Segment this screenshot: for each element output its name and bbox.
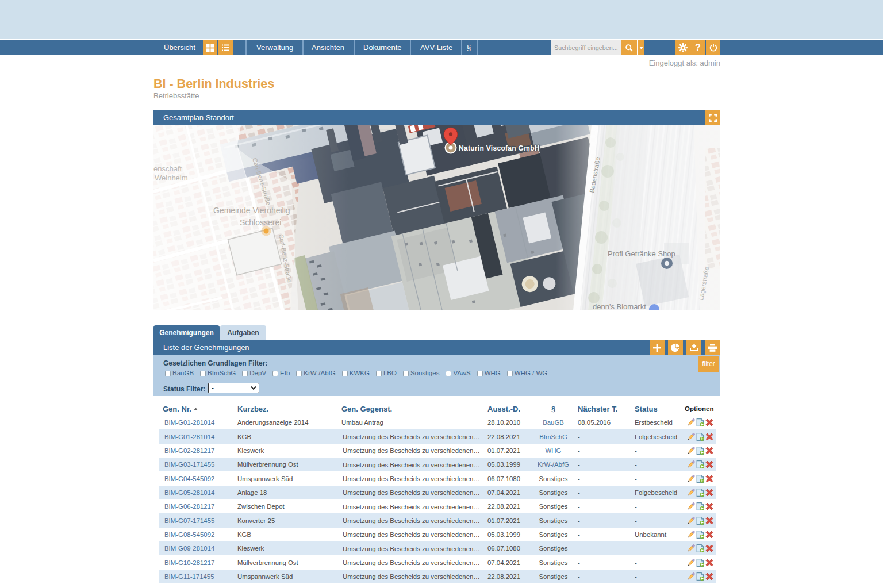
svg-text:Weinheim: Weinheim <box>155 174 188 182</box>
svg-text:Gemeinde Viernheilig: Gemeinde Viernheilig <box>213 206 290 215</box>
svg-text:Naturin Viscofan GmbH: Naturin Viscofan GmbH <box>459 144 540 152</box>
svg-text:enschaft: enschaft <box>153 164 182 173</box>
svg-text:denn's Biomarkt: denn's Biomarkt <box>593 302 646 310</box>
svg-text:Schlosserei: Schlosserei <box>240 218 281 227</box>
svg-text:Profi Getränke Shop: Profi Getränke Shop <box>608 249 675 258</box>
